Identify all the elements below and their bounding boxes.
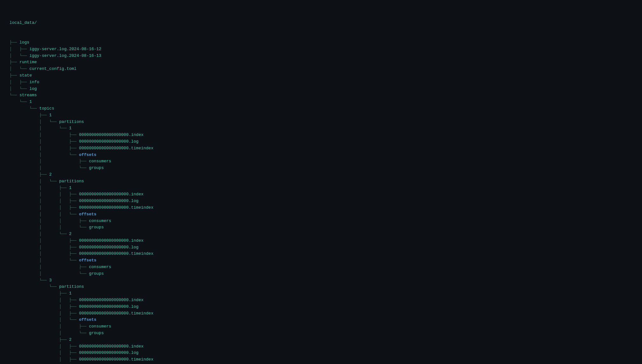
folder-item: ├── 2 — [10, 172, 632, 178]
file-item: │ ├── 00000000000000000000.index — [10, 132, 632, 138]
file-item: │ ├── 00000000000000000000.index — [10, 343, 632, 350]
folder-item: │ └── groups — [10, 271, 632, 277]
file-item: │ └── current_config.toml — [10, 66, 632, 72]
folder-item: │ └── log — [10, 86, 632, 92]
file-item: │ ├── 00000000000000000000.timeindex — [10, 310, 632, 317]
file-item: │ └── iggy-server.log.2024-08-16-13 — [10, 53, 632, 59]
folder-item: └── 3 — [10, 277, 632, 284]
file-item: │ ├── 00000000000000000000.log — [10, 350, 632, 356]
folder-item: │ │ ├── consumers — [10, 218, 632, 225]
file-item: │ │ ├── 00000000000000000000.log — [10, 198, 632, 205]
folder-item: │ ├── 1 — [10, 185, 632, 192]
root-label: local_data/ — [10, 20, 632, 26]
folder-item: ├── 1 — [10, 112, 632, 119]
folder-item: │ ├── consumers — [10, 323, 632, 330]
folder-item: │ ├── info — [10, 79, 632, 86]
folder-item: │ ├── consumers — [10, 158, 632, 165]
folder-item: │ └── groups — [10, 165, 632, 172]
folder-item: │ └── 2 — [10, 231, 632, 238]
file-item: │ ├── 00000000000000000000.log — [10, 244, 632, 251]
file-tree: local_data/ ├── logs│ ├── iggy-server.lo… — [10, 6, 632, 364]
file-item: │ │ ├── 00000000000000000000.index — [10, 191, 632, 198]
folder-item: └── streams — [10, 92, 632, 99]
folder-item: ├── runtime — [10, 59, 632, 66]
folder-item: ├── state — [10, 72, 632, 79]
offsets-folder: │ └── offsets — [10, 257, 632, 264]
file-item: │ ├── 00000000000000000000.index — [10, 238, 632, 244]
folder-item: │ └── 1 — [10, 125, 632, 132]
offsets-folder: │ └── offsets — [10, 317, 632, 323]
file-item: │ ├── iggy-server.log.2024-08-16-12 — [10, 46, 632, 53]
folder-item: │ │ └── groups — [10, 224, 632, 231]
file-item: │ ├── 00000000000000000000.timeindex — [10, 356, 632, 363]
folder-item: └── 1 — [10, 99, 632, 105]
file-item: │ ├── 00000000000000000000.timeindex — [10, 251, 632, 257]
folder-item: ├── logs — [10, 39, 632, 46]
folder-item: │ └── groups — [10, 330, 632, 337]
folder-item: ├── 1 — [10, 290, 632, 297]
file-item: │ ├── 00000000000000000000.timeindex — [10, 145, 632, 152]
folder-item: │ └── partitions — [10, 119, 632, 125]
folder-item: │ ├── consumers — [10, 264, 632, 271]
offsets-folder: │ │ └── offsets — [10, 211, 632, 218]
file-item: │ ├── 00000000000000000000.log — [10, 304, 632, 310]
folder-item: │ └── partitions — [10, 178, 632, 185]
folder-item: ├── 2 — [10, 337, 632, 343]
folder-item: └── partitions — [10, 284, 632, 290]
offsets-folder: │ └── offsets — [10, 152, 632, 158]
file-item: │ ├── 00000000000000000000.log — [10, 138, 632, 145]
file-item: │ ├── 00000000000000000000.index — [10, 297, 632, 304]
file-item: │ │ ├── 00000000000000000000.timeindex — [10, 205, 632, 211]
folder-item: └── topics — [10, 105, 632, 112]
